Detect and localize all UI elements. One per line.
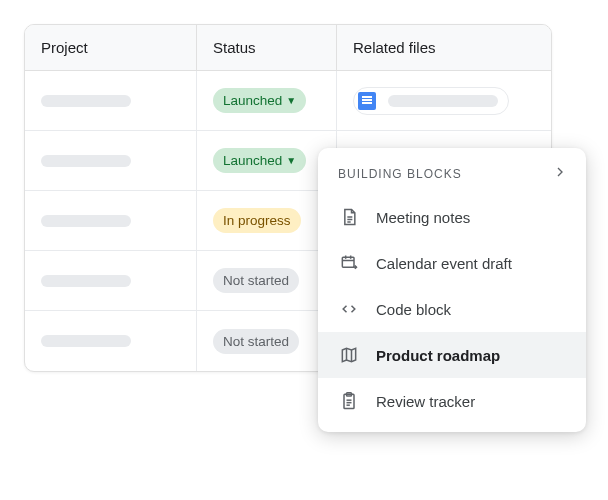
cell-project bbox=[25, 191, 197, 250]
chevron-right-icon bbox=[552, 164, 568, 184]
project-name-placeholder bbox=[41, 155, 131, 167]
header-related-files: Related files bbox=[337, 25, 551, 70]
header-status: Status bbox=[197, 25, 337, 70]
cell-related-files bbox=[337, 71, 551, 130]
chevron-down-icon: ▼ bbox=[286, 156, 296, 166]
building-blocks-menu: BUILDING BLOCKS Meeting notes Calendar e… bbox=[318, 148, 586, 432]
cell-status: Not started bbox=[197, 251, 337, 310]
cell-status: Launched ▼ bbox=[197, 71, 337, 130]
menu-header[interactable]: BUILDING BLOCKS bbox=[318, 148, 586, 194]
document-icon bbox=[338, 206, 360, 228]
status-label: In progress bbox=[223, 213, 291, 228]
file-chip[interactable] bbox=[353, 87, 509, 115]
cell-project bbox=[25, 251, 197, 310]
status-chip[interactable]: Not started bbox=[213, 268, 299, 293]
project-name-placeholder bbox=[41, 95, 131, 107]
calendar-draft-icon bbox=[338, 252, 360, 274]
status-label: Not started bbox=[223, 273, 289, 288]
menu-item-review-tracker[interactable]: Review tracker bbox=[318, 378, 586, 424]
menu-item-calendar-draft[interactable]: Calendar event draft bbox=[318, 240, 586, 286]
cell-status: Launched ▼ bbox=[197, 131, 337, 190]
menu-item-label: Meeting notes bbox=[376, 209, 470, 226]
project-name-placeholder bbox=[41, 275, 131, 287]
svg-rect-3 bbox=[342, 257, 354, 267]
menu-item-label: Calendar event draft bbox=[376, 255, 512, 272]
project-name-placeholder bbox=[41, 335, 131, 347]
cell-project bbox=[25, 131, 197, 190]
svg-marker-7 bbox=[342, 348, 355, 361]
cell-project bbox=[25, 311, 197, 371]
header-project: Project bbox=[25, 25, 197, 70]
status-label: Launched bbox=[223, 93, 282, 108]
status-chip[interactable]: In progress bbox=[213, 208, 301, 233]
menu-title: BUILDING BLOCKS bbox=[338, 167, 462, 181]
cell-project bbox=[25, 71, 197, 130]
cell-status: Not started bbox=[197, 311, 337, 371]
code-icon bbox=[338, 298, 360, 320]
table-row: Launched ▼ bbox=[25, 71, 551, 131]
map-icon bbox=[338, 344, 360, 366]
menu-item-meeting-notes[interactable]: Meeting notes bbox=[318, 194, 586, 240]
status-chip[interactable]: Launched ▼ bbox=[213, 148, 306, 173]
cell-status: In progress bbox=[197, 191, 337, 250]
clipboard-icon bbox=[338, 390, 360, 412]
project-name-placeholder bbox=[41, 215, 131, 227]
menu-item-code-block[interactable]: Code block bbox=[318, 286, 586, 332]
file-name-placeholder bbox=[388, 95, 498, 107]
status-chip[interactable]: Launched ▼ bbox=[213, 88, 306, 113]
status-chip[interactable]: Not started bbox=[213, 329, 299, 354]
table-header-row: Project Status Related files bbox=[25, 25, 551, 71]
status-label: Not started bbox=[223, 334, 289, 349]
menu-item-label: Review tracker bbox=[376, 393, 475, 410]
menu-item-label: Product roadmap bbox=[376, 347, 500, 364]
google-docs-icon bbox=[358, 92, 376, 110]
menu-item-label: Code block bbox=[376, 301, 451, 318]
status-label: Launched bbox=[223, 153, 282, 168]
menu-item-product-roadmap[interactable]: Product roadmap bbox=[318, 332, 586, 378]
chevron-down-icon: ▼ bbox=[286, 96, 296, 106]
